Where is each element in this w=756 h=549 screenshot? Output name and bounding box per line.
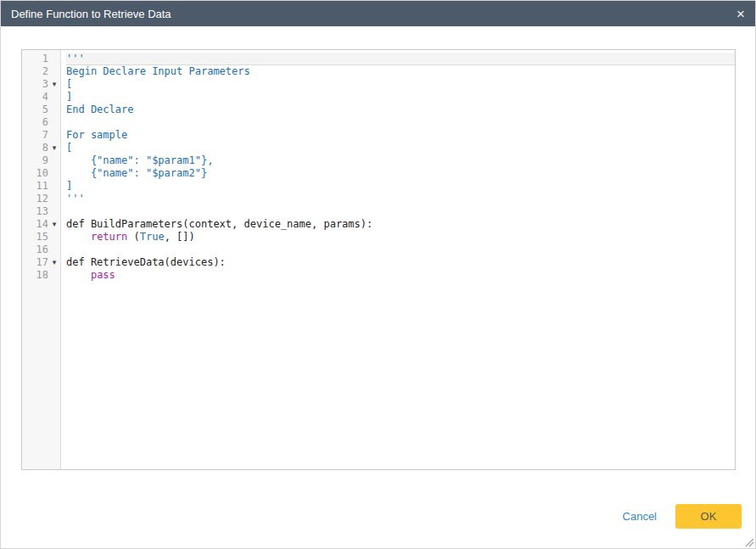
resize-grip-icon[interactable] — [745, 538, 754, 547]
fold-spacer — [48, 104, 60, 116]
code-line[interactable]: For sample — [66, 129, 735, 142]
line-number: 14 — [22, 218, 48, 231]
fold-spacer — [48, 269, 60, 282]
fold-spacer — [48, 231, 60, 244]
gutter-line: 2 — [22, 65, 60, 78]
gutter-line: 17▾ — [22, 256, 60, 269]
line-number: 9 — [22, 154, 48, 167]
code-segment-str: Begin Declare Input Parameters — [66, 65, 250, 77]
fold-arrow-icon[interactable]: ▾ — [48, 218, 60, 231]
fold-spacer — [48, 244, 60, 256]
code-line[interactable]: ] — [66, 91, 735, 104]
code-segment-plain — [66, 269, 91, 281]
code-line[interactable]: End Declare — [66, 104, 735, 116]
gutter-line: 15 — [22, 231, 60, 244]
gutter-line: 13 — [22, 205, 60, 218]
fold-spacer — [48, 154, 60, 167]
code-line[interactable] — [66, 205, 735, 218]
line-number: 13 — [22, 205, 48, 218]
line-number: 11 — [22, 180, 48, 193]
code-line[interactable]: {"name": "$param2"} — [66, 167, 735, 180]
code-line[interactable]: Begin Declare Input Parameters — [66, 65, 735, 78]
dialog-header: Define Function to Retrieve Data × — [1, 1, 755, 26]
fold-spacer — [48, 167, 60, 180]
gutter-line: 6 — [22, 116, 60, 129]
line-number: 12 — [22, 193, 48, 205]
code-segment-plain: def RetrieveData(devices): — [66, 256, 226, 268]
gutter-line: 3▾ — [22, 78, 60, 91]
code-segment-str: ''' — [66, 53, 85, 64]
code-segment-str: ''' — [66, 193, 85, 204]
gutter-line: 11 — [22, 180, 60, 193]
line-number: 1 — [22, 53, 48, 65]
line-number: 17 — [22, 256, 48, 269]
fold-spacer — [48, 91, 60, 104]
code-segment-str: {"name": "$param1"}, — [66, 154, 213, 166]
dialog-body: 123▾45678▾91011121314▾151617▾18 '''Begin… — [1, 26, 755, 470]
code-segment-atom: True — [140, 231, 165, 243]
line-number: 6 — [22, 116, 48, 129]
dialog-title: Define Function to Retrieve Data — [11, 8, 171, 20]
code-segment-plain: def BuildParameters(context, device_name… — [66, 218, 372, 230]
line-number: 5 — [22, 104, 48, 116]
fold-spacer — [48, 53, 60, 65]
gutter-line: 1 — [22, 53, 60, 65]
code-line[interactable] — [66, 244, 735, 256]
gutter-line: 10 — [22, 167, 60, 180]
line-number: 3 — [22, 78, 48, 91]
code-segment-kw: pass — [91, 269, 115, 281]
cancel-button[interactable]: Cancel — [623, 510, 657, 523]
gutter-line: 16 — [22, 244, 60, 256]
fold-spacer — [48, 116, 60, 129]
code-segment-str: End Declare — [66, 104, 133, 115]
code-line[interactable]: {"name": "$param1"}, — [66, 154, 735, 167]
line-number: 7 — [22, 129, 48, 142]
fold-spacer — [48, 180, 60, 193]
code-segment-str: {"name": "$param2"} — [66, 167, 207, 179]
code-line[interactable]: [ — [66, 142, 735, 154]
code-line[interactable]: ] — [66, 180, 735, 193]
editor-gutter: 123▾45678▾91011121314▾151617▾18 — [22, 50, 61, 469]
code-segment-plain: , []) — [165, 231, 195, 243]
fold-arrow-icon[interactable]: ▾ — [48, 78, 60, 91]
code-line[interactable]: ''' — [66, 53, 735, 65]
gutter-line: 14▾ — [22, 218, 60, 231]
ok-button[interactable]: OK — [675, 504, 742, 529]
close-icon[interactable]: × — [736, 7, 745, 21]
line-number: 16 — [22, 244, 48, 256]
gutter-line: 5 — [22, 104, 60, 116]
fold-arrow-icon[interactable]: ▾ — [48, 256, 60, 269]
line-number: 10 — [22, 167, 48, 180]
code-line[interactable]: def RetrieveData(devices): — [66, 256, 735, 269]
dialog-footer: Cancel OK — [623, 504, 742, 529]
gutter-line: 18 — [22, 269, 60, 282]
code-segment-kw: return — [91, 231, 127, 243]
line-number: 18 — [22, 269, 48, 282]
fold-arrow-icon[interactable]: ▾ — [48, 142, 60, 154]
code-segment-str: [ — [66, 142, 72, 154]
code-line[interactable]: def BuildParameters(context, device_name… — [66, 218, 735, 231]
define-function-dialog: Define Function to Retrieve Data × 123▾4… — [1, 1, 755, 470]
code-segment-plain: ( — [127, 231, 139, 243]
line-number: 15 — [22, 231, 48, 244]
code-line[interactable]: ''' — [66, 193, 735, 205]
code-segment-plain — [66, 231, 91, 243]
gutter-line: 8▾ — [22, 142, 60, 154]
gutter-line: 12 — [22, 193, 60, 205]
code-editor[interactable]: 123▾45678▾91011121314▾151617▾18 '''Begin… — [21, 49, 736, 470]
code-segment-str: For sample — [66, 129, 127, 141]
code-segment-str: ] — [66, 91, 72, 103]
gutter-line: 9 — [22, 154, 60, 167]
fold-spacer — [48, 193, 60, 205]
code-line[interactable]: [ — [66, 78, 735, 91]
editor-code-area[interactable]: '''Begin Declare Input Parameters[]End D… — [61, 50, 735, 469]
line-number: 8 — [22, 142, 48, 154]
code-segment-str: [ — [66, 78, 72, 90]
fold-spacer — [48, 65, 60, 78]
code-segment-str: ] — [66, 180, 72, 192]
fold-spacer — [48, 129, 60, 142]
code-line[interactable]: pass — [66, 269, 735, 282]
code-line[interactable]: return (True, []) — [66, 231, 735, 244]
gutter-line: 4 — [22, 91, 60, 104]
code-line[interactable] — [66, 116, 735, 129]
